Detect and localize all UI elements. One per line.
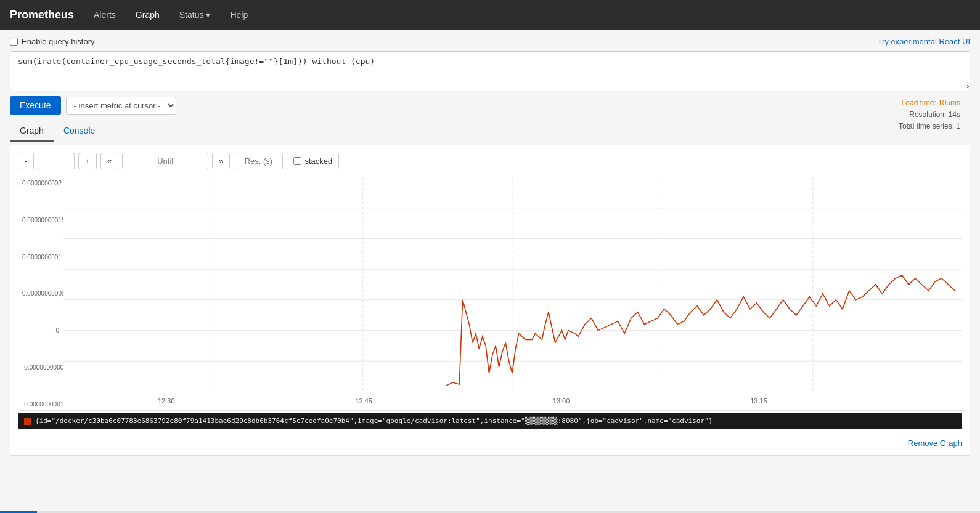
- execute-button[interactable]: Execute: [10, 96, 61, 115]
- x-label-1: 12:45: [355, 397, 372, 405]
- legend-bar: {id="/docker/c30ba6c07783e6863792e80f79a…: [18, 413, 962, 429]
- y-label-5: -0.00000000005: [22, 364, 59, 371]
- execute-row: Execute - insert metric at cursor -: [10, 96, 970, 115]
- until-input[interactable]: [122, 153, 208, 169]
- chart-area: 0.0000000002 0.00000000015 0.0000000001 …: [18, 177, 962, 411]
- stacked-label[interactable]: stacked: [287, 153, 339, 169]
- metric-insert-select[interactable]: - insert metric at cursor -: [66, 97, 176, 115]
- total-time-series: Total time series: 1: [899, 121, 960, 132]
- legend-text: {id="/docker/c30ba6c07783e6863792e80f79a…: [35, 417, 713, 425]
- legend-color-box: [24, 418, 31, 425]
- x-label-3: 13:15: [750, 397, 767, 405]
- y-label-1: 0.00000000015: [22, 217, 59, 224]
- navbar-brand: Prometheus: [10, 9, 74, 22]
- y-label-6: -0.0000000001: [22, 401, 59, 408]
- x-label-2: 13:00: [553, 397, 570, 405]
- query-container: sum(irate(container_cpu_usage_seconds_to…: [10, 51, 970, 91]
- y-label-3: 0.00000000005: [22, 290, 59, 297]
- res-input[interactable]: [234, 153, 283, 169]
- query-textarea[interactable]: sum(irate(container_cpu_usage_seconds_to…: [10, 52, 970, 89]
- stacked-checkbox[interactable]: [293, 157, 301, 165]
- top-bar: Enable query history Try experimental Re…: [10, 37, 970, 46]
- y-axis: 0.0000000002 0.00000000015 0.0000000001 …: [18, 177, 63, 410]
- tabs: Graph Console: [10, 121, 970, 142]
- enable-history-checkbox[interactable]: [10, 38, 18, 46]
- navbar: Prometheus Alerts Graph Status ▾ Help: [0, 0, 980, 30]
- progress-bar-container: [0, 511, 980, 513]
- navbar-item-status[interactable]: Status ▾: [174, 7, 216, 22]
- enable-history-label: Enable query history: [22, 37, 95, 46]
- x-label-0: 12:30: [158, 397, 175, 405]
- controls-row: - 1h + « » stacked: [18, 153, 962, 169]
- navbar-item-help[interactable]: Help: [225, 7, 253, 22]
- main-content: Enable query history Try experimental Re…: [0, 30, 980, 513]
- meta-info: Load time: 105ms Resolution: 14s Total t…: [899, 97, 960, 133]
- tab-graph[interactable]: Graph: [10, 121, 54, 142]
- navbar-item-alerts[interactable]: Alerts: [89, 7, 121, 22]
- duration-input[interactable]: 1h: [38, 153, 75, 169]
- enable-history-container: Enable query history: [10, 37, 95, 46]
- remove-graph-link[interactable]: Remove Graph: [908, 438, 962, 448]
- stacked-text: stacked: [304, 156, 332, 166]
- zoom-in-button[interactable]: +: [78, 153, 97, 169]
- x-axis: 12:30 12:45 13:00 13:15 end: [63, 392, 962, 410]
- zoom-out-button[interactable]: -: [18, 153, 34, 169]
- query-section: sum(irate(container_cpu_usage_seconds_to…: [10, 51, 970, 91]
- progress-bar-fill: [0, 511, 37, 513]
- bottom-bar: Remove Graph: [18, 435, 962, 448]
- chart-inner: [63, 177, 962, 392]
- resolution: Resolution: 14s: [899, 109, 960, 121]
- try-react-link[interactable]: Try experimental React UI: [877, 37, 970, 46]
- y-label-2: 0.0000000001: [22, 254, 59, 261]
- chart-svg: [63, 177, 962, 392]
- graph-panel: - 1h + « » stacked 0.0000000002 0.000000…: [10, 145, 970, 456]
- y-label-4: 0: [22, 327, 59, 334]
- y-label-0: 0.0000000002: [22, 180, 59, 187]
- navbar-item-graph[interactable]: Graph: [131, 7, 165, 22]
- tab-console[interactable]: Console: [54, 121, 105, 142]
- load-time: Load time: 105ms: [899, 97, 960, 109]
- chevron-down-icon: ▾: [206, 10, 210, 20]
- rewind-button[interactable]: «: [100, 153, 118, 169]
- forward-button[interactable]: »: [212, 153, 230, 169]
